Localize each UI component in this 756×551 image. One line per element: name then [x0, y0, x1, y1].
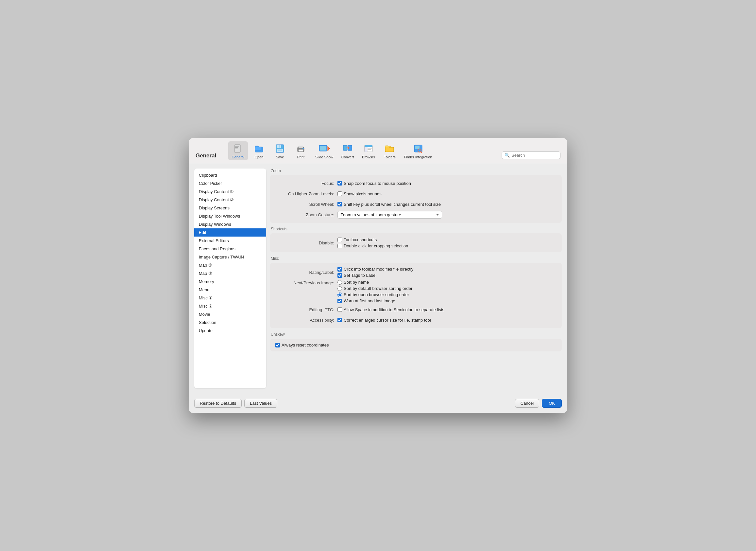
- toolbar-items: General Open: [228, 141, 502, 160]
- toolbox-shortcuts-checkbox[interactable]: [337, 237, 342, 242]
- finder-label: Finder Integration: [404, 155, 432, 159]
- sidebar-item-imagecapture[interactable]: Image Capture / TWAIN: [194, 253, 266, 261]
- cancel-button[interactable]: Cancel: [515, 399, 539, 408]
- toolbar-item-general[interactable]: General: [228, 141, 248, 160]
- restore-defaults-button[interactable]: Restore to Defaults: [194, 399, 242, 408]
- convert-icon: [342, 143, 353, 154]
- search-input[interactable]: [511, 153, 557, 158]
- sidebar-item-misc2[interactable]: Misc ②: [194, 302, 266, 310]
- toolbar: General General: [189, 138, 567, 163]
- toolbar-item-finder[interactable]: Finder Integration: [401, 141, 435, 160]
- footer-right: Cancel OK: [515, 399, 562, 408]
- browser-label: Browser: [362, 155, 375, 159]
- toolbar-item-browser[interactable]: Browser: [359, 141, 378, 160]
- scroll-wheel-checkbox[interactable]: [337, 202, 342, 206]
- always-reset-checkbox[interactable]: [275, 343, 280, 348]
- warn-first-last-label[interactable]: Warn at first and last image: [337, 299, 395, 303]
- accessibility-row: Accessibility: Correct enlarged cursor s…: [275, 316, 557, 324]
- sidebar-item-colorpicker[interactable]: Color Picker: [194, 179, 266, 187]
- unskew-body: Always reset coordinates: [270, 339, 562, 352]
- last-values-button[interactable]: Last Values: [244, 399, 277, 408]
- toolbar-item-print[interactable]: Print: [291, 141, 311, 160]
- toolbox-shortcuts-label[interactable]: Toolbox shortcuts: [337, 237, 377, 242]
- print-icon: [295, 143, 307, 154]
- sort-open-label[interactable]: Sort by open browser sorting order: [337, 292, 409, 297]
- focus-checkbox[interactable]: [337, 181, 342, 185]
- sidebar-item-menu[interactable]: Menu: [194, 286, 266, 294]
- set-tags-label[interactable]: Set Tags to Label: [337, 273, 376, 278]
- sort-default-label[interactable]: Sort by default browser sorting order: [337, 286, 412, 291]
- zoom-levels-checkbox-label[interactable]: Show pixels bounds: [337, 191, 382, 196]
- svg-rect-14: [320, 146, 326, 150]
- scroll-wheel-checkbox-label[interactable]: Shift key plus scroll wheel changes curr…: [337, 202, 441, 207]
- sort-open-radio[interactable]: [337, 293, 342, 297]
- toolbar-item-save[interactable]: Save: [270, 141, 290, 160]
- print-label: Print: [297, 155, 305, 159]
- folders-icon: [384, 143, 395, 154]
- disable-row: Disable: Toolbox shortcuts Double click …: [275, 237, 557, 248]
- warn-first-last-checkbox[interactable]: [337, 299, 342, 303]
- toolbox-shortcuts-text: Toolbox shortcuts: [344, 237, 377, 242]
- rating-row: Rating/Label: Click into toolbar modifie…: [275, 267, 557, 278]
- ok-button[interactable]: OK: [542, 399, 562, 408]
- svg-rect-3: [235, 148, 238, 149]
- shortcuts-title: Shortcuts: [270, 227, 562, 231]
- double-click-label[interactable]: Double click for cropping selection: [337, 243, 408, 248]
- double-click-checkbox[interactable]: [337, 244, 342, 248]
- toolbar-item-convert[interactable]: Convert: [338, 141, 357, 160]
- focus-text: Snap zoom focus to mouse position: [344, 181, 411, 186]
- sidebar-item-selection[interactable]: Selection: [194, 319, 266, 327]
- toolbar-modifies-label[interactable]: Click into toolbar modifies file directl…: [337, 267, 413, 271]
- sort-default-radio[interactable]: [337, 286, 342, 291]
- toolbar-item-folders[interactable]: Folders: [380, 141, 399, 160]
- sort-name-radio[interactable]: [337, 280, 342, 285]
- sidebar-item-clipboard[interactable]: Clipboard: [194, 171, 266, 179]
- allow-space-label[interactable]: Allow Space in addition to Semicolon to …: [337, 307, 444, 312]
- sidebar-item-movie[interactable]: Movie: [194, 310, 266, 319]
- focus-label: Focus:: [275, 181, 334, 186]
- rating-control: Click into toolbar modifies file directl…: [337, 267, 413, 278]
- preferences-window: General General: [189, 138, 567, 413]
- footer-buttons: Restore to Defaults Last Values Cancel O…: [189, 394, 567, 413]
- sidebar-item-memory[interactable]: Memory: [194, 278, 266, 286]
- save-icon: [274, 143, 286, 154]
- sort-name-label[interactable]: Sort by name: [337, 280, 369, 285]
- cursor-size-label[interactable]: Correct enlarged cursor size for i.e. st…: [337, 318, 431, 323]
- toolbar-item-open[interactable]: Open: [249, 141, 269, 160]
- svg-rect-21: [368, 148, 372, 148]
- svg-rect-11: [299, 149, 303, 151]
- sidebar-item-edit[interactable]: Edit: [194, 228, 266, 236]
- zoom-gesture-select[interactable]: Zoom to values of zoom gesture Other opt…: [337, 211, 442, 218]
- sidebar-item-misc1[interactable]: Misc ①: [194, 294, 266, 302]
- sidebar-item-displaywindows[interactable]: Display Windows: [194, 220, 266, 228]
- set-tags-checkbox[interactable]: [337, 273, 342, 278]
- sidebar-item-externaleditors[interactable]: External Editors: [194, 236, 266, 245]
- sort-default-text: Sort by default browser sorting order: [344, 286, 412, 291]
- zoom-levels-checkbox[interactable]: [337, 191, 342, 196]
- slideshow-icon: [318, 143, 330, 154]
- window-title: General: [196, 152, 222, 160]
- sidebar-item-map2[interactable]: Map ②: [194, 269, 266, 278]
- sidebar-item-map1[interactable]: Map ①: [194, 261, 266, 269]
- focus-checkbox-label[interactable]: Snap zoom focus to mouse position: [337, 181, 411, 186]
- scroll-wheel-control: Shift key plus scroll wheel changes curr…: [337, 202, 441, 207]
- sidebar-item-update[interactable]: Update: [194, 327, 266, 335]
- always-reset-text: Always reset coordinates: [282, 343, 329, 348]
- sidebar-item-facesregions[interactable]: Faces and Regions: [194, 245, 266, 253]
- editing-iptc-row: Editing IPTC: Allow Space in addition to…: [275, 305, 557, 314]
- convert-label: Convert: [341, 155, 354, 159]
- allow-space-checkbox[interactable]: [337, 307, 342, 312]
- sidebar-item-displaycontent2[interactable]: Display Content ②: [194, 196, 266, 204]
- toolbar-modifies-checkbox[interactable]: [337, 267, 342, 271]
- sidebar-item-displayscreens[interactable]: Display Screens: [194, 204, 266, 212]
- zoom-section: Zoom Focus: Snap zoom focus to mouse pos…: [270, 168, 562, 223]
- open-label: Open: [255, 155, 264, 159]
- toolbar-item-slideshow[interactable]: Slide Show: [312, 141, 336, 160]
- svg-point-12: [302, 148, 304, 149]
- sidebar-item-displaycontent1[interactable]: Display Content ①: [194, 187, 266, 196]
- sidebar-item-displaytoolwindows[interactable]: Display Tool Windows: [194, 212, 266, 220]
- cursor-size-checkbox[interactable]: [337, 318, 342, 322]
- always-reset-label[interactable]: Always reset coordinates: [275, 343, 329, 348]
- misc-title: Misc: [270, 256, 562, 261]
- misc-section: Misc Rating/Label: Click into toolbar mo…: [270, 256, 562, 328]
